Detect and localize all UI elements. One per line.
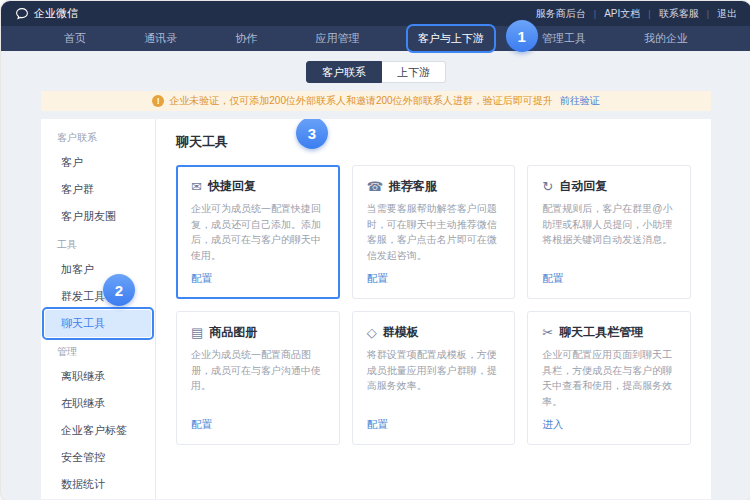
nav-item-home[interactable]: 首页 (56, 28, 94, 49)
card-description: 将群设置项配置成模板，方便成员批量应用到客户群聊，提高服务效率。 (367, 347, 501, 409)
nav-item-label: 客户与上下游 (418, 32, 484, 44)
group-template-icon: ◇ (367, 326, 377, 339)
api-docs-link[interactable]: API文档 (586, 7, 640, 21)
configure-group-template-link[interactable]: 配置 (367, 418, 501, 432)
quick-reply-icon: ✉ (191, 180, 202, 193)
card-group-template[interactable]: ◇ 群模板 将群设置项配置成模板，方便成员批量应用到客户群聊，提高服务效率。 配… (352, 311, 516, 445)
card-title: 推荐客服 (389, 178, 437, 195)
sidebar-section-management: 管理 (41, 337, 155, 363)
page-title: 聊天工具 (176, 133, 691, 151)
card-product-album[interactable]: ▤ 商品图册 企业为成员统一配置商品图册，成员可在与客户沟通中使用。 配置 (176, 311, 340, 445)
nav-item-management-tools[interactable]: 管理工具 (534, 28, 594, 49)
card-quick-reply[interactable]: 3 ✉ 快捷回复 企业可为成员统一配置快捷回复，成员还可自己添加。添加后，成员可… (176, 165, 340, 299)
card-title: 聊天工具栏管理 (559, 324, 643, 341)
main-panel: 聊天工具 3 ✉ 快捷回复 企业可为成员统一配置快捷回复，成员还可自己添加。添加… (156, 119, 711, 499)
configure-recommend-service-link[interactable]: 配置 (367, 272, 501, 286)
configure-auto-reply-link[interactable]: 配置 (542, 272, 676, 286)
content-area: 客户联系 上下游 ! 企业未验证，仅可添加200位外部联系人和邀请200位外部联… (1, 61, 750, 499)
sidebar-item-customer-moments[interactable]: 客户朋友圈 (45, 203, 151, 230)
card-title: 群模板 (383, 324, 419, 341)
configure-product-album-link[interactable]: 配置 (191, 418, 325, 432)
nav-item-contacts[interactable]: 通讯录 (136, 28, 185, 49)
contact-support-link[interactable]: 联系客服 (640, 7, 698, 21)
sidebar-item-group-messaging[interactable]: 群发工具 (45, 283, 151, 310)
product-album-icon: ▤ (191, 326, 203, 339)
card-auto-reply[interactable]: ↻ 自动回复 配置规则后，客户在群里@小助理或私聊人员提问，小助理将根据关键词自… (527, 165, 691, 299)
nav-item-customers-updown[interactable]: 客户与上下游 1 (410, 28, 492, 49)
card-chat-toolbar-management[interactable]: ✂ 聊天工具栏管理 企业可配置应用页面到聊天工具栏，方便成员在与客户的聊天中查看… (527, 311, 691, 445)
topbar: 企业微信 服务商后台 API文档 联系客服 退出 (1, 1, 750, 26)
nav-item-collaboration[interactable]: 协作 (227, 28, 265, 49)
card-description: 当需要客服帮助解答客户问题时，可在聊天中主动推荐微信客服，客户点击名片即可在微信… (367, 201, 501, 263)
tool-cards-grid: 3 ✉ 快捷回复 企业可为成员统一配置快捷回复，成员还可自己添加。添加后，成员可… (176, 165, 691, 445)
chat-toolbar-icon: ✂ (542, 326, 553, 339)
configure-quick-reply-link[interactable]: 配置 (191, 272, 325, 286)
nav-item-app-management[interactable]: 应用管理 (307, 28, 367, 49)
sub-tabs: 客户联系 上下游 (41, 61, 711, 83)
card-description: 企业可配置应用页面到聊天工具栏，方便成员在与客户的聊天中查看和使用，提高服务效率… (542, 347, 676, 409)
card-title: 自动回复 (559, 178, 607, 195)
recommend-service-icon: ☎ (367, 180, 383, 193)
topbar-links: 服务商后台 API文档 联系客服 退出 (536, 7, 737, 21)
sidebar-item-customer-tags[interactable]: 企业客户标签 (45, 417, 151, 444)
card-recommend-service[interactable]: ☎ 推荐客服 当需要客服帮助解答客户问题时，可在聊天中主动推荐微信客服，客户点击… (352, 165, 516, 299)
sidebar-item-data-statistics[interactable]: 数据统计 (45, 471, 151, 498)
wecom-logo[interactable]: 企业微信 (15, 6, 78, 21)
sidebar-item-label: 聊天工具 (61, 317, 105, 329)
notice-text: 企业未验证，仅可添加200位外部联系人和邀请200位外部联系人进群，验证后即可提… (169, 94, 552, 108)
sidebar-item-security-control[interactable]: 安全管控 (45, 444, 151, 471)
logo-text: 企业微信 (34, 6, 78, 21)
card-description: 企业可为成员统一配置快捷回复，成员还可自己添加。添加后，成员可在与客户的聊天中使… (191, 201, 325, 263)
wecom-admin-window: 企业微信 服务商后台 API文档 联系客服 退出 首页 通讯录 协作 应用管理 … (0, 0, 750, 500)
enter-chat-toolbar-link[interactable]: 进入 (542, 418, 676, 432)
sidebar-item-customers[interactable]: 客户 (45, 149, 151, 176)
sidebar-section-tools: 工具 (41, 230, 155, 256)
primary-nav: 首页 通讯录 协作 应用管理 客户与上下游 1 管理工具 我的企业 (1, 26, 750, 51)
body-row: 客户联系 客户 客户群 客户朋友圈 工具 加客户 群发工具 聊天工具 2 管理 … (41, 119, 711, 499)
go-verify-link[interactable]: 前往验证 (560, 94, 600, 108)
card-description: 企业为成员统一配置商品图册，成员可在与客户沟通中使用。 (191, 347, 325, 409)
provider-console-link[interactable]: 服务商后台 (536, 7, 586, 21)
card-description: 配置规则后，客户在群里@小助理或私聊人员提问，小助理将根据关键词自动发送消息。 (542, 201, 676, 263)
sidebar-section-customer-contact: 客户联系 (41, 123, 155, 149)
tab-customer-contact[interactable]: 客户联系 (306, 61, 382, 83)
sidebar-item-onjob-inheritance[interactable]: 在职继承 (45, 390, 151, 417)
card-title: 快捷回复 (208, 178, 256, 195)
sidebar-item-chat-tools[interactable]: 聊天工具 2 (45, 310, 151, 337)
sidebar: 客户联系 客户 客户群 客户朋友圈 工具 加客户 群发工具 聊天工具 2 管理 … (41, 119, 156, 499)
card-title: 商品图册 (209, 324, 257, 341)
warning-icon: ! (152, 95, 164, 107)
annotation-step-2: 2 (103, 274, 135, 306)
auto-reply-icon: ↻ (542, 180, 553, 193)
annotation-step-1: 1 (506, 20, 538, 52)
nav-item-my-company[interactable]: 我的企业 (636, 28, 696, 49)
sidebar-item-acquire-customers[interactable]: 加客户 (45, 256, 151, 283)
sidebar-item-resignation-inheritance[interactable]: 离职继承 (45, 363, 151, 390)
logout-link[interactable]: 退出 (699, 7, 737, 21)
tab-upstream-downstream[interactable]: 上下游 (382, 61, 446, 83)
chat-bubble-logo-icon (15, 7, 29, 21)
sidebar-item-customer-groups[interactable]: 客户群 (45, 176, 151, 203)
verification-notice: ! 企业未验证，仅可添加200位外部联系人和邀请200位外部联系人进群，验证后即… (41, 91, 711, 111)
